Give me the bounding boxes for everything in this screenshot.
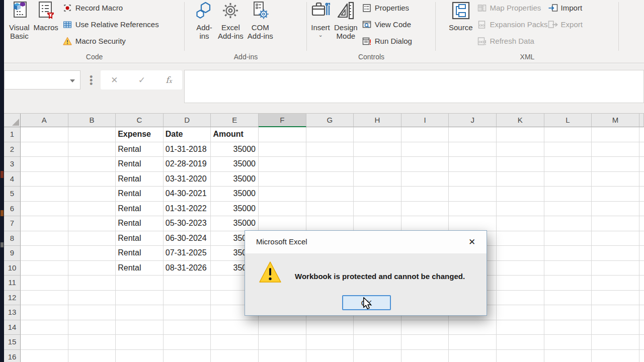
- ribbon-button-excel-add-ins[interactable]: ExcelAdd-ins: [218, 0, 244, 40]
- cell-M11[interactable]: [592, 276, 639, 291]
- row-header-15[interactable]: 15: [4, 335, 21, 350]
- cell-N9[interactable]: [639, 246, 644, 261]
- ribbon-button-visual-basic[interactable]: VisualBasic: [9, 0, 30, 40]
- cell-K14[interactable]: [497, 320, 544, 335]
- ribbon-button-macro-security[interactable]: Macro Security: [62, 34, 159, 48]
- cell-F2[interactable]: [259, 142, 306, 157]
- col-header-partial[interactable]: [639, 114, 644, 127]
- name-box[interactable]: [4, 70, 80, 89]
- cell-A7[interactable]: [21, 216, 68, 231]
- cell-N11[interactable]: [639, 276, 644, 291]
- row-header-1[interactable]: 1: [4, 127, 21, 142]
- cell-A14[interactable]: [21, 320, 68, 335]
- cell-K12[interactable]: [497, 291, 544, 306]
- cell-J6[interactable]: [449, 202, 497, 217]
- cell-A13[interactable]: [21, 305, 68, 320]
- cell-A9[interactable]: [21, 246, 68, 261]
- cell-L15[interactable]: [544, 335, 592, 350]
- cell-N8[interactable]: [639, 231, 644, 246]
- col-header-I[interactable]: I: [401, 114, 449, 127]
- cell-I2[interactable]: [401, 142, 449, 157]
- cell-J5[interactable]: [449, 187, 497, 202]
- cell-H15[interactable]: [354, 335, 401, 350]
- row-header-8[interactable]: 8: [4, 231, 21, 246]
- cell-J4[interactable]: [449, 172, 497, 187]
- cell-H7[interactable]: [354, 216, 401, 231]
- cell-M5[interactable]: [592, 187, 639, 202]
- col-header-A[interactable]: A: [21, 114, 68, 127]
- insert-function-icon[interactable]: fx: [166, 75, 172, 85]
- cell-J3[interactable]: [449, 157, 497, 172]
- col-header-K[interactable]: K: [497, 114, 544, 127]
- cell-J7[interactable]: [449, 216, 497, 231]
- row-header-5[interactable]: 5: [4, 187, 21, 202]
- cell-B1[interactable]: [68, 127, 116, 142]
- cell-B3[interactable]: [68, 157, 116, 172]
- cell-D9[interactable]: 07-31-2025: [164, 246, 211, 261]
- cell-B15[interactable]: [68, 335, 116, 350]
- cell-C2[interactable]: Rental: [116, 142, 164, 157]
- cell-M14[interactable]: [592, 320, 639, 335]
- cell-G15[interactable]: [306, 335, 354, 350]
- cell-N12[interactable]: [639, 291, 644, 306]
- cell-K9[interactable]: [497, 246, 544, 261]
- cell-N14[interactable]: [639, 320, 644, 335]
- cell-C10[interactable]: Rental: [116, 261, 164, 276]
- cell-B6[interactable]: [68, 202, 116, 217]
- cell-G5[interactable]: [306, 187, 354, 202]
- cell-M2[interactable]: [592, 142, 639, 157]
- cell-D3[interactable]: 02-28-2019: [164, 157, 211, 172]
- cell-I5[interactable]: [401, 187, 449, 202]
- cell-I14[interactable]: [401, 320, 449, 335]
- cell-K2[interactable]: [497, 142, 544, 157]
- cell-B8[interactable]: [68, 231, 116, 246]
- row-header-16[interactable]: 16: [4, 350, 21, 362]
- cell-D7[interactable]: 05-30-2023: [164, 216, 211, 231]
- cell-B4[interactable]: [68, 172, 116, 187]
- cell-D10[interactable]: 08-31-2026: [164, 261, 211, 276]
- cell-L2[interactable]: [544, 142, 592, 157]
- formula-input[interactable]: [184, 70, 644, 103]
- cell-C7[interactable]: Rental: [116, 216, 164, 231]
- cell-D6[interactable]: 01-31-2022: [164, 202, 211, 217]
- cell-G14[interactable]: [306, 320, 354, 335]
- row-header-11[interactable]: 11: [4, 276, 21, 291]
- cell-A4[interactable]: [21, 172, 68, 187]
- cell-B10[interactable]: [68, 261, 116, 276]
- ribbon-button-macros[interactable]: Macros: [34, 0, 58, 32]
- cell-J15[interactable]: [449, 335, 497, 350]
- cell-N7[interactable]: [639, 216, 644, 231]
- cell-A3[interactable]: [21, 157, 68, 172]
- cell-I3[interactable]: [401, 157, 449, 172]
- row-header-13[interactable]: 13: [4, 305, 21, 320]
- cell-A15[interactable]: [21, 335, 68, 350]
- col-header-E[interactable]: E: [211, 114, 259, 127]
- cell-C6[interactable]: Rental: [116, 202, 164, 217]
- cell-B14[interactable]: [68, 320, 116, 335]
- cell-B5[interactable]: [68, 187, 116, 202]
- cell-I7[interactable]: [401, 216, 449, 231]
- ribbon-button-use-relative-references[interactable]: Use Relative References: [62, 18, 159, 31]
- cell-E3[interactable]: 35000: [211, 157, 259, 172]
- cell-K10[interactable]: [497, 261, 544, 276]
- row-header-7[interactable]: 7: [4, 216, 21, 231]
- cell-N16[interactable]: [639, 350, 644, 362]
- cell-N10[interactable]: [639, 261, 644, 276]
- cell-K16[interactable]: [497, 350, 544, 362]
- ribbon-button-insert[interactable]: Insert⌄: [311, 0, 330, 37]
- cell-E15[interactable]: [211, 335, 259, 350]
- cell-L5[interactable]: [544, 187, 592, 202]
- col-header-M[interactable]: M: [592, 114, 639, 127]
- cell-F5[interactable]: [259, 187, 306, 202]
- cell-D15[interactable]: [164, 335, 211, 350]
- cell-M10[interactable]: [592, 261, 639, 276]
- cell-A8[interactable]: [21, 231, 68, 246]
- cell-E2[interactable]: 35000: [211, 142, 259, 157]
- cell-G3[interactable]: [306, 157, 354, 172]
- cell-H2[interactable]: [354, 142, 401, 157]
- ribbon-button-record-macro[interactable]: Record Macro: [62, 1, 159, 15]
- close-icon[interactable]: ✕: [464, 235, 479, 249]
- cell-K15[interactable]: [497, 335, 544, 350]
- col-header-C[interactable]: C: [116, 114, 164, 127]
- cell-J2[interactable]: [449, 142, 497, 157]
